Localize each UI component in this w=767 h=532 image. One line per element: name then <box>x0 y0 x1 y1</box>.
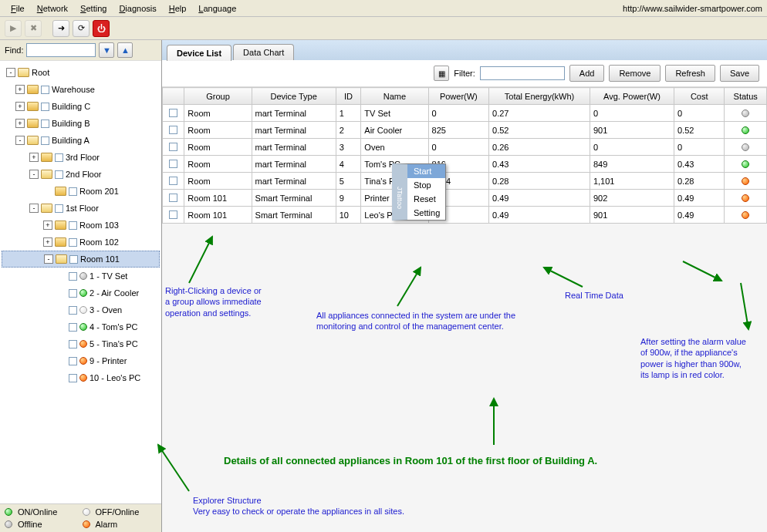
svg-line-6 <box>158 445 189 491</box>
checkbox[interactable] <box>41 136 49 145</box>
col-header[interactable]: Cost <box>674 88 724 105</box>
remove-button[interactable]: Remove <box>609 65 661 82</box>
row-checkbox[interactable] <box>169 143 177 151</box>
table-row[interactable]: Room 101Smart Terminal9Printer9800.49902… <box>163 190 767 207</box>
tree-item[interactable]: 4 - Tom's PC <box>2 318 160 335</box>
tree-item[interactable]: 9 - Printer <box>2 352 160 369</box>
table-row[interactable]: Roommart Terminal4Tom's PC8160.438490.43 <box>163 156 767 173</box>
tree-item[interactable]: -Room 101 <box>2 251 160 268</box>
col-header[interactable]: Avg. Power(W) <box>590 88 674 105</box>
connect-icon[interactable]: ➜ <box>52 20 69 37</box>
expand-icon[interactable]: - <box>15 136 25 145</box>
ctx-setting[interactable]: Setting <box>407 206 445 220</box>
checkbox[interactable] <box>41 120 49 128</box>
tree-item[interactable]: +Building B <box>2 115 160 132</box>
col-header[interactable]: Group <box>184 88 252 105</box>
refresh-icon[interactable]: ⟳ <box>73 20 90 37</box>
col-header[interactable]: Total Energy(kWh) <box>489 88 590 105</box>
checkbox[interactable] <box>69 323 77 332</box>
tree-item[interactable]: 10 - Leo's PC <box>2 369 160 386</box>
row-checkbox[interactable] <box>169 126 177 134</box>
table-row[interactable]: Roommart Terminal3Oven00.2600 <box>163 139 767 156</box>
tree-item[interactable]: -Building A <box>2 132 160 149</box>
expand-icon[interactable]: + <box>43 221 52 230</box>
tree-item[interactable]: -Root <box>2 64 160 81</box>
col-header[interactable]: ID <box>336 88 361 105</box>
checkbox[interactable] <box>55 170 63 179</box>
checkbox[interactable] <box>69 289 77 298</box>
col-header[interactable]: Name <box>361 88 428 105</box>
row-checkbox[interactable] <box>169 109 177 117</box>
filter-input[interactable] <box>480 66 565 80</box>
checkbox[interactable] <box>69 221 77 230</box>
table-row[interactable]: Roommart Terminal1TV Set00.2700 <box>163 105 767 122</box>
col-header[interactable]: Device Type <box>252 88 336 105</box>
tree-item[interactable]: -1st Floor <box>2 200 160 217</box>
checkbox[interactable] <box>69 374 77 382</box>
tree-item[interactable]: 3 - Oven <box>2 301 160 318</box>
save-button[interactable]: Save <box>720 65 759 82</box>
menu-network[interactable]: Network <box>31 2 74 15</box>
row-checkbox[interactable] <box>169 160 177 168</box>
find-next-icon[interactable]: ▼ <box>99 42 114 58</box>
row-checkbox[interactable] <box>169 194 177 202</box>
checkbox[interactable] <box>69 255 78 264</box>
menu-help[interactable]: Help <box>163 2 193 15</box>
play-icon[interactable]: ▶ <box>5 20 22 37</box>
expand-icon[interactable]: + <box>15 119 25 128</box>
tree-item[interactable]: 2 - Air Cooler <box>2 285 160 301</box>
checkbox[interactable] <box>69 238 77 247</box>
add-button[interactable]: Add <box>569 65 605 82</box>
tree-item[interactable]: +Building C <box>2 98 160 115</box>
menu-file[interactable]: File <box>5 2 31 15</box>
tree-item[interactable]: +Room 103 <box>2 217 160 234</box>
tree-item[interactable]: +Warehouse <box>2 81 160 98</box>
table-row[interactable]: Roommart Terminal2Air Cooler8250.529010.… <box>163 122 767 139</box>
col-header[interactable]: Power(W) <box>428 88 489 105</box>
ctx-stop[interactable]: Stop <box>407 178 445 192</box>
tree-item[interactable]: Room 201 <box>2 183 160 200</box>
col-header[interactable]: Status <box>725 88 767 105</box>
expand-icon[interactable]: - <box>29 204 39 213</box>
expand-icon[interactable]: + <box>29 153 39 162</box>
table-row[interactable]: Room 101Smart Terminal10Leo's PC9070.499… <box>163 207 767 224</box>
tree-item[interactable]: +3rd Floor <box>2 149 160 166</box>
table-row[interactable]: Roommart Terminal5Tina's PC10540.281,101… <box>163 173 767 190</box>
checkbox[interactable] <box>55 153 63 162</box>
checkbox[interactable] <box>41 103 49 111</box>
expand-icon[interactable]: - <box>29 170 39 179</box>
expand-icon[interactable]: - <box>44 254 53 264</box>
menu-diagnosis[interactable]: Diagnosis <box>113 2 162 15</box>
tab-device-list[interactable]: Device List <box>167 45 231 61</box>
ctx-reset[interactable]: Reset <box>407 192 445 206</box>
stop-icon[interactable]: ✖ <box>25 20 42 37</box>
ctx-start[interactable]: Start <box>407 164 445 178</box>
menu-language[interactable]: Language <box>192 2 242 15</box>
tree-item[interactable]: 5 - Tina's PC <box>2 335 160 352</box>
expand-icon[interactable]: + <box>43 237 52 247</box>
col-header[interactable] <box>163 88 184 105</box>
tab-data-chart[interactable]: Data Chart <box>233 44 294 60</box>
tree[interactable]: -Root+Warehouse+Building C+Building B-Bu… <box>0 61 161 503</box>
tree-item[interactable]: -2nd Floor <box>2 166 160 183</box>
find-prev-icon[interactable]: ▲ <box>117 42 133 58</box>
checkbox[interactable] <box>69 306 77 315</box>
add-column-icon[interactable]: ▦ <box>434 66 449 81</box>
expand-icon[interactable]: + <box>15 102 25 111</box>
row-checkbox[interactable] <box>169 177 177 185</box>
checkbox[interactable] <box>41 86 49 94</box>
find-input[interactable] <box>26 43 96 57</box>
expand-icon[interactable]: + <box>15 85 25 94</box>
tree-item[interactable]: +Room 102 <box>2 234 160 251</box>
checkbox[interactable] <box>69 187 77 196</box>
tree-item[interactable]: 1 - TV Set <box>2 268 160 285</box>
checkbox[interactable] <box>69 357 77 365</box>
row-checkbox[interactable] <box>169 210 177 219</box>
menu-setting[interactable]: Setting <box>74 2 113 15</box>
checkbox[interactable] <box>69 272 77 281</box>
refresh-button[interactable]: Refresh <box>665 65 715 82</box>
checkbox[interactable] <box>55 204 63 213</box>
power-icon[interactable]: ⏻ <box>93 20 110 37</box>
expand-icon[interactable]: - <box>6 68 15 77</box>
checkbox[interactable] <box>69 340 77 348</box>
